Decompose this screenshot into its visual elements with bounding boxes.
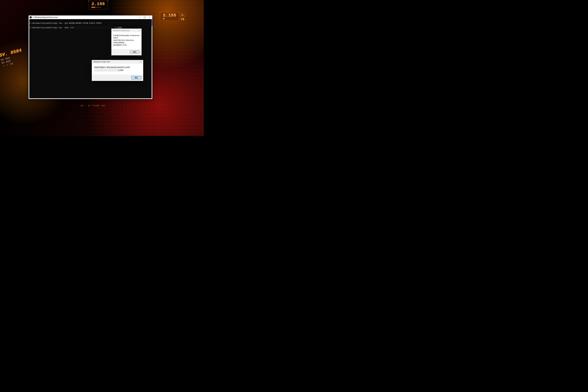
cmd-command-1: slmgr.vbs -ipk W269N-WFGWX-YVC9B-4J6C9-T… xyxy=(52,22,102,24)
maximize-button[interactable] xyxy=(142,16,147,19)
wsh-dialog-kms-footer: 确定 xyxy=(92,74,143,81)
wsh-kms-text-post: ]:1688。 xyxy=(118,69,125,71)
cmd-icon xyxy=(30,16,32,18)
svg-rect-0 xyxy=(144,17,145,18)
close-icon xyxy=(140,61,142,62)
hud-value-2: 2.155 xyxy=(163,13,176,18)
maximize-icon xyxy=(144,16,145,18)
cmd-prompt-1: C:\Windows\System32> xyxy=(30,22,52,24)
close-icon xyxy=(149,16,150,18)
cmd-scrollbar-thumb[interactable] xyxy=(152,19,152,26)
hud-stark-label: 00 - 47 STARK INC. xyxy=(81,104,107,107)
wsh-dialog-kms-titlebar[interactable]: Windows Script Host xyxy=(92,60,143,64)
cmd-title: C:\Windows\System32\cmd.exe xyxy=(32,16,137,18)
wsh-dialog-activation-body: 正在激活 Windows(R), Professional edition (2… xyxy=(112,32,142,49)
cmd-command-2b: ]:1688 xyxy=(115,26,122,29)
minimize-button[interactable] xyxy=(137,16,142,19)
cmd-command-2a: slmgr.vbs -skms [24 xyxy=(52,26,74,29)
hud-readout-2: 2.155 D₂ 78 xyxy=(160,12,186,21)
wsh-activation-line2: (2de67392-b7a7-462a-b1ca-108dd189f588) .… xyxy=(113,39,140,44)
wsh-dialog-activation[interactable]: Windows Script Host 正在激活 Windows(R), Pro… xyxy=(111,28,142,56)
wsh-dialog-activation-title: Windows Script Host xyxy=(113,30,130,32)
wsh-dialog-activation-close[interactable] xyxy=(137,29,142,32)
close-button[interactable] xyxy=(147,16,152,19)
wsh-dialog-kms-body: 密钥管理服务计算机名称成功地设置为 [2409:xxxx:xxxx:xxxx:x… xyxy=(92,64,143,74)
wsh-dialog-kms[interactable]: Windows Script Host 密钥管理服务计算机名称成功地设置为 [2… xyxy=(92,60,143,81)
wsh-activation-line1: 正在激活 Windows(R), Professional edition xyxy=(113,34,140,39)
wsh-dialog-activation-footer: 确定 xyxy=(112,49,142,55)
wsh-dialog-kms-ok-button[interactable]: 确定 xyxy=(132,76,141,79)
cmd-window[interactable]: C:\Windows\System32\cmd.exe C:\Windows\S… xyxy=(28,16,152,99)
wsh-dialog-kms-close[interactable] xyxy=(139,60,143,64)
hud-value-1: 2.155 xyxy=(92,2,105,6)
wsh-activation-line3: 成功地激活了产品。 xyxy=(113,44,140,46)
hud-badge-d2: D₂ xyxy=(180,14,186,17)
wsh-dialog-kms-title: Windows Script Host xyxy=(93,61,110,63)
wsh-kms-redacted: xxxx:xxxx:xxxx:xxxx:xxxx:xxxx xyxy=(94,69,118,72)
cmd-prompt-2: C:\Windows\System32> xyxy=(30,26,52,29)
wsh-kms-text-pre: 密钥管理服务计算机名称成功地设置为 [2409: xyxy=(94,66,130,68)
hud-readout-1: 2.155 xyxy=(89,1,108,10)
cmd-titlebar[interactable]: C:\Windows\System32\cmd.exe xyxy=(29,16,152,19)
close-icon xyxy=(138,30,140,31)
hud-bar-1 xyxy=(92,7,105,8)
wsh-dialog-activation-ok-button[interactable]: 确定 xyxy=(130,50,140,54)
hud-bar-2 xyxy=(163,18,176,19)
hud-side-value: 78 xyxy=(180,18,186,21)
cmd-redacted-ip: 09:xxxx:xxxx:xxxx:xxxx:xxxx:xxxx:xxxx xyxy=(74,26,115,29)
minimize-icon xyxy=(139,16,140,18)
wsh-dialog-activation-titlebar[interactable]: Windows Script Host xyxy=(112,29,142,32)
